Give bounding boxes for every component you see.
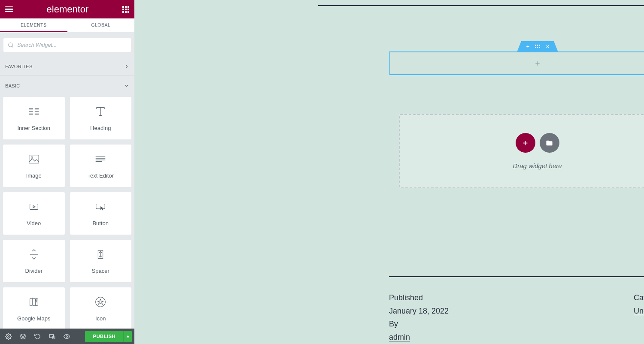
navigator-button[interactable] bbox=[15, 329, 30, 344]
responsive-button[interactable] bbox=[45, 329, 59, 344]
widget-heading[interactable]: Heading bbox=[70, 97, 132, 139]
author-link[interactable]: admin bbox=[389, 331, 449, 344]
tab-global[interactable]: GLOBAL bbox=[67, 18, 135, 32]
publish-button[interactable]: PUBLISH bbox=[85, 331, 123, 342]
svg-marker-33 bbox=[98, 299, 103, 304]
plus-icon[interactable] bbox=[534, 60, 541, 67]
menu-icon[interactable] bbox=[5, 6, 13, 12]
author-line: By admin bbox=[389, 317, 449, 344]
logo: elementor bbox=[47, 4, 89, 15]
section-handle[interactable] bbox=[517, 41, 558, 51]
panel-header: elementor bbox=[0, 0, 134, 18]
search-input[interactable] bbox=[14, 42, 127, 48]
chevron-down-icon bbox=[124, 83, 129, 88]
eye-icon bbox=[64, 333, 70, 340]
post-footer: Published January 18, 2022 By admin Edit… bbox=[389, 276, 644, 344]
chevron-right-icon bbox=[124, 64, 129, 69]
apps-icon[interactable] bbox=[122, 6, 129, 13]
tab-elements[interactable]: ELEMENTS bbox=[0, 18, 67, 32]
category-basic[interactable]: BASIC bbox=[0, 77, 134, 94]
category-label: BASIC bbox=[5, 83, 20, 88]
responsive-icon bbox=[49, 333, 55, 340]
widget-label: Inner Section bbox=[17, 125, 50, 131]
preview-button[interactable] bbox=[59, 329, 74, 344]
caret-up-icon bbox=[126, 335, 130, 338]
history-button[interactable] bbox=[30, 329, 45, 344]
widget-inner-section[interactable]: Inner Section bbox=[3, 97, 65, 139]
widget-label: Divider bbox=[25, 268, 43, 274]
search-wrapper bbox=[3, 38, 131, 52]
svg-marker-39 bbox=[126, 335, 129, 338]
divider-icon bbox=[27, 248, 40, 261]
svg-rect-23 bbox=[30, 204, 38, 209]
svg-marker-35 bbox=[20, 334, 26, 336]
widget-label: Spacer bbox=[92, 268, 109, 274]
widget-button[interactable]: Button bbox=[70, 192, 132, 235]
widget-label: Google Maps bbox=[17, 315, 50, 322]
svg-line-1 bbox=[12, 46, 13, 48]
plus-icon[interactable] bbox=[526, 44, 530, 49]
dropzone-label: Drag widget here bbox=[513, 162, 562, 169]
widget-label: Video bbox=[27, 220, 41, 226]
empty-section[interactable] bbox=[389, 51, 644, 75]
add-section-button[interactable] bbox=[516, 133, 535, 153]
widget-label: Heading bbox=[90, 125, 111, 131]
svg-point-34 bbox=[7, 335, 9, 337]
widget-label: Button bbox=[92, 220, 109, 226]
svg-rect-17 bbox=[29, 155, 39, 163]
add-section-dropzone[interactable]: Drag widget here bbox=[399, 114, 644, 188]
top-divider bbox=[318, 5, 644, 6]
widget-divider[interactable]: Divider bbox=[3, 240, 65, 282]
search-icon bbox=[8, 42, 14, 48]
image-icon bbox=[27, 153, 40, 166]
svg-point-18 bbox=[31, 157, 33, 158]
inner-section-icon bbox=[27, 105, 40, 118]
widget-grid: Inner Section Heading Image Text Editor … bbox=[0, 94, 134, 329]
category-label: FAVORITES bbox=[5, 64, 33, 69]
category-line: Categorized as Uncategorized bbox=[634, 291, 644, 317]
spacer-icon bbox=[94, 248, 107, 261]
svg-point-0 bbox=[9, 43, 12, 47]
elementor-panel: elementor ELEMENTS GLOBAL FAVORITES BASI… bbox=[0, 0, 134, 344]
widget-spacer[interactable]: Spacer bbox=[70, 240, 132, 282]
heading-icon bbox=[94, 105, 107, 118]
category-favorites[interactable]: FAVORITES bbox=[0, 58, 134, 75]
editor-canvas[interactable]: Drag widget here Published January 18, 2… bbox=[134, 0, 644, 344]
publish-options-button[interactable] bbox=[123, 331, 132, 342]
map-icon bbox=[27, 296, 40, 308]
template-library-button[interactable] bbox=[540, 133, 559, 153]
panel-tabs: ELEMENTS GLOBAL bbox=[0, 18, 134, 32]
video-icon bbox=[27, 200, 40, 213]
layers-icon bbox=[20, 333, 26, 340]
published-line: Published January 18, 2022 bbox=[389, 291, 449, 317]
footer-divider bbox=[389, 276, 644, 277]
panel-footer: PUBLISH bbox=[0, 329, 134, 344]
widget-icon[interactable]: Icon bbox=[70, 287, 132, 329]
widget-label: Icon bbox=[95, 315, 106, 322]
button-icon bbox=[94, 200, 107, 213]
widget-google-maps[interactable]: Google Maps bbox=[3, 287, 65, 329]
plus-icon bbox=[522, 139, 529, 147]
gear-icon bbox=[5, 333, 12, 340]
widget-text-editor[interactable]: Text Editor bbox=[70, 145, 132, 187]
section-wrapper bbox=[389, 41, 644, 75]
settings-button[interactable] bbox=[1, 329, 15, 344]
widget-image[interactable]: Image bbox=[3, 145, 65, 187]
folder-icon bbox=[546, 139, 553, 147]
svg-marker-24 bbox=[33, 205, 35, 208]
text-editor-icon bbox=[94, 153, 107, 166]
category-link[interactable]: Uncategorized bbox=[634, 305, 644, 318]
widget-label: Image bbox=[26, 172, 42, 179]
history-icon bbox=[34, 333, 41, 340]
svg-point-38 bbox=[66, 335, 67, 337]
widget-label: Text Editor bbox=[88, 172, 114, 179]
star-icon bbox=[94, 296, 107, 308]
close-icon[interactable] bbox=[545, 44, 550, 49]
widget-video[interactable]: Video bbox=[3, 192, 65, 235]
drag-handle-icon[interactable] bbox=[535, 45, 541, 48]
